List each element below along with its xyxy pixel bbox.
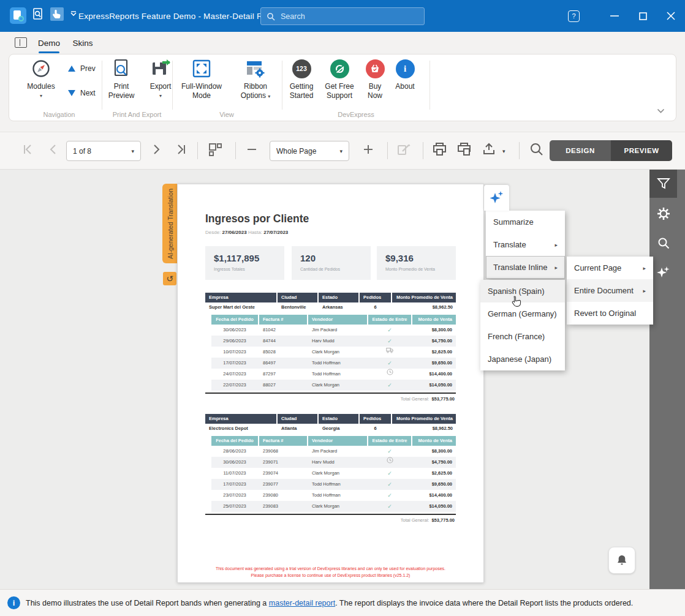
submenu-arrow-icon: ▸ <box>643 288 646 294</box>
group-label-print-export: Print And Export <box>103 111 171 118</box>
next-button[interactable]: Next <box>68 89 96 97</box>
order-date: 17/07/2023 <box>211 479 258 490</box>
menu-item-japanese[interactable]: Japanese (Japan) <box>480 348 565 370</box>
zoom-in-button[interactable] <box>361 143 375 159</box>
full-window-mode-button[interactable]: Full-Window Mode <box>176 58 227 100</box>
menu-item-current-page[interactable]: Current Page▸ <box>567 257 653 279</box>
total-row: Total General:$53,775.00 <box>205 393 456 402</box>
order-date: 22/07/2023 <box>211 380 258 391</box>
search-input[interactable] <box>279 12 418 21</box>
sidebar-search-button[interactable] <box>649 229 677 257</box>
order-date: 30/06/2023 <box>211 325 258 336</box>
menu-item-german[interactable]: German (Germany) <box>480 302 565 325</box>
export-dropdown-caret[interactable]: ▾ <box>502 148 505 154</box>
menu-item-revert-to-original[interactable]: Revert to Original <box>567 302 653 325</box>
tab-demo[interactable]: Demo <box>34 32 64 54</box>
sale-amount: $14,050.00 <box>412 380 456 391</box>
undo-translation-button[interactable]: ↺ <box>163 272 176 285</box>
first-page-button[interactable] <box>21 142 36 159</box>
zoom-level-combo[interactable]: Whole Page ▾ <box>270 141 349 161</box>
menu-item-french[interactable]: French (France) <box>480 325 565 348</box>
menu-item-translate-inline[interactable]: Translate Inline▸ <box>486 256 565 279</box>
touch-mode-icon[interactable] <box>50 7 64 21</box>
order-date: 23/07/2023 <box>211 490 258 501</box>
design-preview-toggle: DESIGN PREVIEW <box>550 140 672 161</box>
settings-button[interactable] <box>649 200 677 228</box>
preview-tab[interactable]: PREVIEW <box>611 140 672 161</box>
master-detail-report-link[interactable]: master-detail report <box>269 599 335 607</box>
ribbon-options-icon <box>245 58 266 79</box>
info-icon: i <box>7 596 20 609</box>
ribbon-options-button[interactable]: Ribbon Options ▾ <box>233 58 278 100</box>
ai-assistant-button[interactable] <box>649 258 677 287</box>
help-button[interactable]: ? <box>568 10 580 22</box>
next-page-button[interactable] <box>149 142 164 159</box>
print-button[interactable] <box>431 141 448 160</box>
print-page-button[interactable] <box>456 141 472 160</box>
table-row: 29/06/202384744Harv Mudd✓$4,750.00 <box>211 336 456 347</box>
menu-item-summarize[interactable]: Summarize <box>486 211 565 233</box>
search-document-button[interactable] <box>528 141 545 160</box>
menu-item-translate[interactable]: Translate▸ <box>486 233 565 256</box>
ribbon-collapse-chevron-icon[interactable] <box>657 105 665 116</box>
ai-translation-tab[interactable]: AI-generated Translation <box>162 184 178 263</box>
modules-button[interactable]: Modules ▾ <box>17 58 66 98</box>
group-divider <box>102 61 102 110</box>
page-number-combo[interactable]: 1 of 8 ▾ <box>66 141 141 161</box>
master-data-row: Electronics DepotAtlanta Georgia6 $8,962… <box>205 424 456 434</box>
app-icon-lens <box>18 16 24 21</box>
table-row: 30/06/202381042Jim Packard✓$8,300.00 <box>211 325 456 336</box>
zoom-out-button[interactable] <box>245 143 259 159</box>
design-tab[interactable]: DESIGN <box>550 140 611 161</box>
tab-skins[interactable]: Skins <box>67 32 98 54</box>
edit-document-button[interactable] <box>396 141 412 160</box>
ribbon-panel: Modules ▾ Prev Next Navigation Print Pre… <box>9 54 676 121</box>
delivered-check-icon: ✓ <box>387 503 392 509</box>
report-page: Ingresos por Cliente Desde: 27/06/2023 H… <box>177 184 484 583</box>
qat-customize-chevron-icon[interactable] <box>70 11 77 17</box>
table-row: 22/07/202388027Clark Morgan✓$14,050.00 <box>211 380 456 391</box>
notifications-button[interactable] <box>608 547 635 574</box>
basket-icon <box>366 59 385 78</box>
invoice-number: 239071 <box>259 457 307 468</box>
salesperson: Todd Hoffman <box>308 358 367 369</box>
report-date-range: Desde: 27/06/2023 Hasta: 27/07/2023 <box>205 230 288 235</box>
sale-amount: $2,625.00 <box>412 347 456 358</box>
print-preview-icon <box>112 58 131 79</box>
invoice-number: 87297 <box>259 369 307 380</box>
get-free-support-button[interactable]: Get Free Support <box>320 58 358 100</box>
zoom-level-value: Whole Page <box>276 147 316 156</box>
minimize-button[interactable] <box>600 0 629 32</box>
search-box[interactable] <box>260 7 425 25</box>
delivery-status: ✓ <box>368 446 411 457</box>
about-button[interactable]: i About <box>389 58 421 91</box>
print-preview-button[interactable]: Print Preview <box>104 58 138 100</box>
close-button[interactable] <box>657 0 685 32</box>
document-preview-area: AI-generated Translation ↺ Ingresos por … <box>0 170 685 589</box>
export-document-button[interactable] <box>482 141 498 160</box>
ai-menu-button[interactable] <box>484 185 509 211</box>
buy-now-button[interactable]: Buy Now <box>360 58 390 100</box>
delivery-status <box>368 369 411 380</box>
print-preview-quick-icon[interactable] <box>32 7 44 21</box>
app-icon[interactable] <box>10 7 26 24</box>
last-page-button[interactable] <box>173 142 188 159</box>
multipage-view-button[interactable] <box>207 141 223 160</box>
prev-button[interactable]: Prev <box>68 64 96 73</box>
order-date: 28/06/2023 <box>211 446 258 457</box>
maximize-button[interactable] <box>629 0 657 32</box>
sale-amount: $4,750.00 <box>412 336 456 347</box>
export-icon <box>150 58 171 79</box>
group-label-view: View <box>176 111 278 118</box>
filter-button[interactable] <box>649 170 677 198</box>
previous-page-button[interactable] <box>46 142 61 159</box>
menu-item-spanish[interactable]: Spanish (Spain) <box>480 280 565 302</box>
table-row: 24/07/202387297Todd Hoffman$14,400.00 <box>211 369 456 380</box>
detail-rows: 30/06/202381042Jim Packard✓$8,300.0029/0… <box>211 325 456 391</box>
ribbon-file-icon[interactable] <box>15 37 27 48</box>
right-sidebar <box>649 170 685 589</box>
export-button[interactable]: Export ▾ <box>143 58 178 98</box>
menu-item-entire-document[interactable]: Entire Document▸ <box>567 279 653 302</box>
language-submenu: Spanish (Spain) German (Germany) French … <box>480 280 565 370</box>
getting-started-button[interactable]: 123 Getting Started <box>284 58 319 100</box>
